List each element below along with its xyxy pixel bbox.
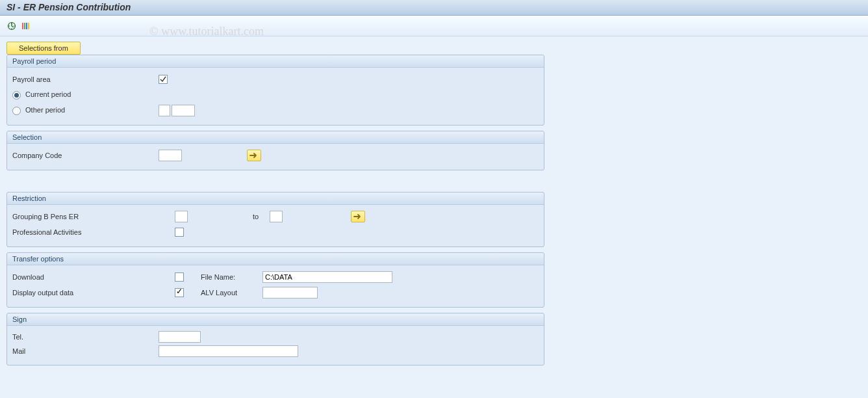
selections-from-label: Selections from bbox=[19, 44, 68, 52]
page-title: SI - ER Pension Contribution bbox=[6, 2, 131, 12]
download-checkbox[interactable] bbox=[175, 272, 184, 282]
file-name-label: File Name: bbox=[201, 273, 262, 281]
window-titlebar: SI - ER Pension Contribution bbox=[0, 0, 868, 16]
grouping-multi-select-button[interactable] bbox=[351, 211, 365, 222]
other-period-from-input[interactable] bbox=[159, 105, 170, 116]
alv-layout-input[interactable] bbox=[262, 287, 318, 298]
company-code-input[interactable] bbox=[159, 150, 182, 161]
display-output-label: Display output data bbox=[12, 289, 175, 297]
prof-activities-checkbox[interactable] bbox=[175, 228, 184, 237]
company-code-multi-select-button[interactable] bbox=[247, 150, 261, 161]
svg-rect-1 bbox=[22, 23, 23, 29]
content-area: Selections from Payroll period Payroll a… bbox=[0, 36, 868, 398]
mail-label: Mail bbox=[12, 347, 159, 355]
grouping-label: Grouping B Pens ER bbox=[12, 213, 175, 220]
company-code-label: Company Code bbox=[12, 152, 159, 159]
group-legend-restriction: Restriction bbox=[7, 192, 544, 205]
selections-from-button[interactable]: Selections from bbox=[6, 42, 81, 55]
file-name-input[interactable] bbox=[262, 271, 392, 283]
grouping-from-input[interactable] bbox=[175, 211, 188, 222]
execute-icon[interactable] bbox=[6, 21, 17, 31]
current-period-label: Current period bbox=[25, 90, 71, 98]
alv-layout-label: ALV Layout bbox=[201, 289, 262, 297]
payroll-area-label: Payroll area bbox=[12, 75, 159, 83]
tel-input[interactable] bbox=[159, 331, 201, 343]
tel-label: Tel. bbox=[12, 333, 159, 341]
mail-input[interactable] bbox=[159, 345, 298, 357]
grouping-to-input[interactable] bbox=[270, 211, 283, 222]
toolbar bbox=[0, 16, 868, 36]
selection-options-icon[interactable] bbox=[21, 21, 31, 31]
group-legend-sign: Sign bbox=[7, 313, 544, 326]
to-label: to bbox=[253, 213, 266, 220]
group-transfer: Transfer options Download File Name: Dis… bbox=[6, 252, 544, 308]
svg-rect-2 bbox=[24, 23, 25, 29]
group-legend-payroll: Payroll period bbox=[7, 55, 544, 68]
group-sign: Sign Tel. Mail bbox=[6, 313, 544, 365]
prof-activities-label: Professional Activities bbox=[12, 228, 175, 236]
other-period-radio[interactable] bbox=[12, 107, 21, 115]
group-selection: Selection Company Code bbox=[6, 131, 544, 170]
download-label: Download bbox=[12, 273, 175, 281]
other-period-to-input[interactable] bbox=[172, 105, 195, 116]
group-payroll-period: Payroll period Payroll area Current peri… bbox=[6, 55, 544, 126]
current-period-radio[interactable] bbox=[12, 91, 21, 100]
svg-rect-3 bbox=[26, 23, 27, 29]
other-period-label: Other period bbox=[25, 106, 65, 114]
group-legend-transfer: Transfer options bbox=[7, 253, 544, 265]
group-restriction: Restriction Grouping B Pens ER to Profes… bbox=[6, 192, 544, 247]
display-output-checkbox[interactable] bbox=[175, 288, 184, 297]
payroll-area-search-help[interactable] bbox=[159, 75, 168, 84]
group-legend-selection: Selection bbox=[7, 131, 544, 144]
svg-rect-4 bbox=[28, 23, 29, 29]
